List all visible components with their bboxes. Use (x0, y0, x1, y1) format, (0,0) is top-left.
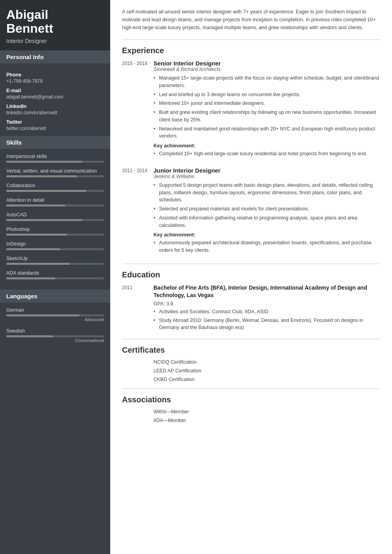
skill-name: SketchUp (6, 256, 104, 261)
associations-list: WithIt—MemberIIDA—Member (122, 409, 380, 423)
exp-job-title: Junior Interior Designer (153, 167, 380, 174)
exp-dates: 2015 - 2018 (122, 60, 153, 159)
certificates-section: Certificates NCIDQ CertificationLEED AP … (122, 346, 380, 382)
exp-company: Jenkins & Williams (153, 174, 380, 179)
exp-dates: 2011 - 2014 (122, 167, 153, 256)
education-title: Education (122, 270, 380, 279)
skill-bar-bg (6, 175, 104, 177)
key-achievement-label: Key achievement: (153, 232, 380, 238)
exp-achievements: Completed 10+ high-end large-scale luxur… (153, 150, 380, 158)
language-name: German (6, 307, 104, 313)
language-bar-bg (6, 335, 104, 337)
skill-bar-fill (6, 190, 86, 192)
experience-title: Experience (122, 46, 380, 55)
skill-bar-fill (6, 234, 67, 236)
edu-bullet-item: Study Abroad 2010: Germany (Berlin, Weim… (153, 317, 380, 332)
certificate-entry: NCIDQ Certification (122, 359, 380, 365)
skill-bar-fill (6, 219, 82, 221)
exp-content: Senior Interior Designer Stonewall & Ric… (153, 60, 380, 159)
bullet-item: Mentored 10+ junior and intermediate des… (153, 100, 380, 107)
bullet-item: Supported 5 design project teams with ba… (153, 182, 380, 204)
divider-education (122, 264, 380, 264)
linkedin-value: linkedin.com/in/abennett (6, 110, 104, 115)
linkedin-label: LinkedIn (6, 104, 104, 109)
association-entry: WithIt—Member (122, 409, 380, 415)
experience-entry: 2011 - 2014 Junior Interior Designer Jen… (122, 167, 380, 256)
twitter-value: twitter.com/abenett (6, 126, 104, 131)
certificate-entry: LEED AP Certification (122, 368, 380, 374)
language-name: Swedish (6, 328, 104, 334)
skill-name: Verbal, written, and visual communicatio… (6, 168, 104, 174)
divider-associations (122, 389, 380, 389)
skill-item: Photoshop (6, 227, 104, 236)
email-value: abigail.bennett@gmail.com (6, 94, 104, 100)
associations-title: Associations (122, 395, 380, 404)
associations-section: Associations WithIt—MemberIIDA—Member (122, 395, 380, 423)
skill-bar-fill (6, 263, 70, 265)
bullet-item: Selected and prepared materials and mode… (153, 205, 380, 213)
edu-content: Bachelor of Fine Arts (BFA), Interior De… (153, 284, 380, 333)
bullet-item: Assisted with information gathering rela… (153, 214, 380, 229)
main-content: A self-motivated all-around senior inter… (110, 0, 392, 554)
bullet-item: Managed 15+ large-scale projects with th… (153, 74, 380, 89)
exp-content: Junior Interior Designer Jenkins & Willi… (153, 167, 380, 256)
certificate-text: NCIDQ Certification (153, 359, 197, 365)
certificates-list: NCIDQ CertificationLEED AP Certification… (122, 359, 380, 382)
assoc-spacer (122, 409, 153, 415)
languages-section: German Advanced Swedish Conversational (0, 303, 110, 354)
certificate-text: LEED AP Certification (153, 368, 201, 374)
bullet-item: Led and briefed up to 3 design teams on … (153, 91, 380, 99)
exp-job-title: Senior Interior Designer (153, 60, 380, 67)
edu-degree: Bachelor of Fine Arts (BFA), Interior De… (153, 284, 380, 299)
language-bar-fill (6, 335, 53, 337)
last-name: Bennett (6, 21, 53, 35)
first-name: Abigail (6, 7, 48, 22)
skill-name: Attention to detail (6, 197, 104, 203)
skill-bar-bg (6, 248, 104, 250)
skill-item: AutoCAD (6, 212, 104, 221)
skill-name: InDesign (6, 241, 104, 247)
skill-bar-fill (6, 161, 82, 163)
skill-bar-bg (6, 263, 104, 265)
skill-bar-fill (6, 175, 77, 177)
cert-spacer (122, 377, 153, 382)
education-entries: 2011 Bachelor of Fine Arts (BFA), Interi… (122, 284, 380, 333)
skill-name: Interpersonal skills (6, 154, 104, 159)
language-bar-bg (6, 314, 104, 316)
job-title: Interior Designer (6, 38, 104, 44)
skill-bar-bg (6, 234, 104, 236)
achievement-item: Completed 10+ high-end large-scale luxur… (153, 150, 380, 158)
skill-bar-bg (6, 161, 104, 163)
skill-name: Photoshop (6, 227, 104, 232)
skill-name: Collaboration (6, 183, 104, 188)
phone-value: +1-799-456-7878 (6, 78, 104, 84)
skill-bar-bg (6, 190, 104, 192)
cert-spacer (122, 368, 153, 374)
language-level: Advanced (6, 317, 104, 322)
skill-item: InDesign (6, 241, 104, 250)
association-text: IIDA—Member (153, 418, 186, 423)
certificates-title: Certificates (122, 346, 380, 355)
skills-section: Interpersonal skills Verbal, written, an… (0, 149, 110, 290)
exp-bullets: Managed 15+ large-scale projects with th… (153, 74, 380, 140)
exp-company: Stonewall & Richard Architects (153, 67, 380, 72)
skill-bar-fill (6, 277, 55, 279)
sidebar: Abigail Bennett Interior Designer Person… (0, 0, 110, 554)
language-item: Swedish Conversational (6, 328, 104, 343)
skill-bar-bg (6, 277, 104, 279)
skill-bar-fill (6, 204, 65, 206)
skill-name: ADA standards (6, 270, 104, 276)
exp-achievements: Autonomously prepared architectural draw… (153, 239, 380, 254)
language-item: German Advanced (6, 307, 104, 322)
certificate-text: CKBD Certification (153, 377, 194, 382)
summary-text: A self-motivated all-around senior inter… (122, 8, 380, 32)
languages-heading: Languages (0, 290, 110, 303)
email-label: E-mail (6, 88, 104, 93)
key-achievement-label: Key achievement: (153, 143, 380, 149)
edu-bullets: Activities and Societies: Contract Club,… (153, 308, 380, 331)
skill-item: Attention to detail (6, 197, 104, 206)
divider-experience (122, 39, 380, 40)
twitter-label: Twitter (6, 119, 104, 125)
skill-item: SketchUp (6, 256, 104, 265)
personal-info-heading: Personal Info (0, 50, 110, 63)
